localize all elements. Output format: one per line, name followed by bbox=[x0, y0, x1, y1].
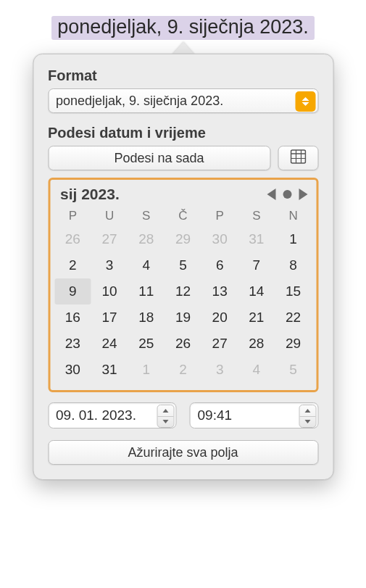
calendar-day[interactable]: 14 bbox=[238, 278, 275, 305]
calendar-day[interactable]: 31 bbox=[238, 226, 275, 252]
calendar-day[interactable]: 1 bbox=[275, 226, 312, 252]
calendar-day[interactable]: 13 bbox=[201, 278, 238, 305]
calendar-day[interactable]: 16 bbox=[54, 305, 91, 331]
calendar-day[interactable]: 3 bbox=[91, 252, 128, 278]
update-all-button-label: Ažurirajte sva polja bbox=[128, 445, 238, 460]
calendar-day[interactable]: 29 bbox=[165, 226, 201, 252]
set-now-button[interactable]: Podesi na sada bbox=[48, 146, 270, 170]
time-stepper-value: 09:41 bbox=[198, 407, 233, 423]
calendar-weekday: S bbox=[238, 206, 275, 226]
calendar-mode-button[interactable] bbox=[278, 146, 318, 170]
calendar-weekday: P bbox=[54, 206, 91, 226]
calendar-weekday: U bbox=[91, 206, 128, 226]
calendar-weekday: P bbox=[201, 206, 238, 226]
calendar: sij 2023. PUSČPSN 2627282930311234567891… bbox=[48, 178, 318, 392]
calendar-day[interactable]: 17 bbox=[91, 305, 128, 331]
date-stepper-value: 09. 01. 2023. bbox=[56, 407, 136, 423]
date-stepper-spin[interactable] bbox=[157, 405, 175, 428]
calendar-day[interactable]: 3 bbox=[201, 357, 238, 383]
calendar-day[interactable]: 29 bbox=[275, 331, 312, 357]
time-stepper[interactable]: 09:41 bbox=[190, 402, 319, 428]
calendar-weekday: S bbox=[128, 206, 165, 226]
calendar-grid: PUSČPSN 26272829303112345678910111213141… bbox=[54, 206, 312, 383]
prev-month-button[interactable] bbox=[267, 189, 275, 200]
next-month-button[interactable] bbox=[299, 189, 307, 200]
calendar-day[interactable]: 18 bbox=[128, 305, 165, 331]
calendar-icon bbox=[290, 149, 306, 167]
calendar-day[interactable]: 22 bbox=[275, 305, 312, 331]
set-now-button-label: Podesi na sada bbox=[114, 151, 204, 166]
date-popover: Format ponedjeljak, 9. siječnja 2023. Po… bbox=[33, 54, 333, 480]
calendar-day[interactable]: 7 bbox=[238, 252, 275, 278]
calendar-day[interactable]: 10 bbox=[91, 278, 128, 305]
calendar-day[interactable]: 12 bbox=[165, 278, 201, 305]
calendar-day[interactable]: 27 bbox=[91, 226, 128, 252]
calendar-day[interactable]: 27 bbox=[201, 331, 238, 357]
calendar-day[interactable]: 25 bbox=[128, 331, 165, 357]
calendar-day[interactable]: 28 bbox=[238, 331, 275, 357]
date-stepper[interactable]: 09. 01. 2023. bbox=[48, 402, 177, 428]
dropdown-arrows-icon bbox=[295, 91, 315, 112]
calendar-day[interactable]: 23 bbox=[54, 331, 91, 357]
time-stepper-spin[interactable] bbox=[299, 405, 316, 428]
calendar-day[interactable]: 30 bbox=[54, 357, 91, 383]
format-select[interactable]: ponedjeljak, 9. siječnja 2023. bbox=[48, 88, 318, 113]
calendar-day[interactable]: 24 bbox=[91, 331, 128, 357]
calendar-day[interactable]: 2 bbox=[165, 357, 201, 383]
time-stepper-up[interactable] bbox=[299, 405, 315, 416]
date-stepper-up[interactable] bbox=[158, 405, 174, 416]
format-select-value: ponedjeljak, 9. siječnja 2023. bbox=[56, 94, 223, 109]
calendar-day[interactable]: 1 bbox=[128, 357, 165, 383]
calendar-day[interactable]: 31 bbox=[91, 357, 128, 383]
calendar-day[interactable]: 8 bbox=[275, 252, 312, 278]
calendar-day[interactable]: 4 bbox=[238, 357, 275, 383]
update-all-button[interactable]: Ažurirajte sva polja bbox=[48, 440, 318, 465]
adjust-label: Podesi datum i vrijeme bbox=[48, 125, 318, 141]
format-label: Format bbox=[48, 67, 318, 84]
calendar-day[interactable]: 15 bbox=[275, 278, 312, 305]
time-stepper-down[interactable] bbox=[299, 417, 315, 428]
calendar-day[interactable]: 20 bbox=[201, 305, 238, 331]
calendar-day[interactable]: 5 bbox=[165, 252, 201, 278]
calendar-day[interactable]: 19 bbox=[165, 305, 201, 331]
calendar-day[interactable]: 28 bbox=[128, 226, 165, 252]
calendar-day[interactable]: 5 bbox=[275, 357, 312, 383]
calendar-weekday: N bbox=[275, 206, 312, 226]
calendar-day[interactable]: 26 bbox=[165, 331, 201, 357]
calendar-day[interactable]: 6 bbox=[201, 252, 238, 278]
calendar-day[interactable]: 26 bbox=[54, 226, 91, 252]
calendar-weekday: Č bbox=[165, 206, 201, 226]
selected-date-text: ponedjeljak, 9. siječnja 2023. bbox=[57, 16, 309, 38]
selected-date-field[interactable]: ponedjeljak, 9. siječnja 2023. bbox=[51, 16, 315, 40]
calendar-day[interactable]: 21 bbox=[238, 305, 275, 331]
today-button[interactable] bbox=[283, 190, 291, 199]
calendar-day[interactable]: 4 bbox=[128, 252, 165, 278]
svg-rect-0 bbox=[291, 150, 305, 163]
calendar-day[interactable]: 9 bbox=[54, 278, 91, 305]
calendar-day[interactable]: 30 bbox=[201, 226, 238, 252]
calendar-day[interactable]: 2 bbox=[54, 252, 91, 278]
date-stepper-down[interactable] bbox=[158, 417, 174, 428]
calendar-day[interactable]: 11 bbox=[128, 278, 165, 305]
calendar-month-label: sij 2023. bbox=[60, 186, 120, 203]
